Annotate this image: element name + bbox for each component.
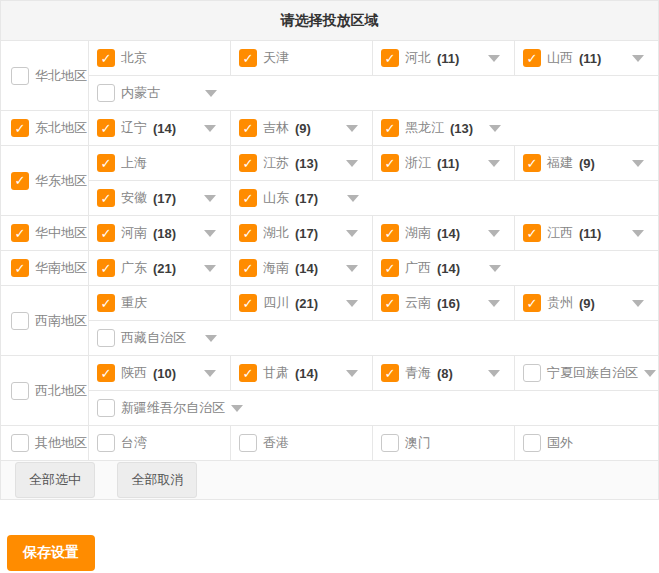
dropdown-arrow-icon[interactable] — [204, 195, 216, 202]
dropdown-arrow-icon[interactable] — [346, 160, 358, 167]
select-all-button[interactable]: 全部选中 — [15, 462, 95, 498]
dropdown-arrow-icon[interactable] — [632, 160, 644, 167]
province-checkbox-checked[interactable]: ✓ — [97, 119, 115, 137]
region-table: 请选择投放区域 华北地区✓北京✓天津✓河北(11)✓山西(11)内蒙古✓东北地区… — [0, 0, 659, 500]
region-label: 西南地区 — [35, 312, 87, 330]
province-checkbox-checked[interactable]: ✓ — [97, 364, 115, 382]
province-checkbox-unchecked[interactable] — [381, 434, 399, 452]
province-cell-content: 新疆维吾尔自治区 — [89, 391, 231, 425]
province-cell: ✓山西(11) — [515, 41, 659, 76]
dropdown-arrow-icon[interactable] — [204, 370, 216, 377]
dropdown-arrow-icon[interactable] — [346, 370, 358, 377]
dropdown-arrow-icon[interactable] — [347, 195, 359, 202]
province-checkbox-unchecked[interactable] — [97, 329, 115, 347]
province-checkbox-checked[interactable]: ✓ — [381, 364, 399, 382]
region-cell-content: 西南地区 — [1, 286, 88, 355]
region-cell: ✓华中地区 — [1, 216, 89, 251]
dropdown-arrow-icon[interactable] — [488, 300, 500, 307]
province-cell-content: ✓江西(11) — [515, 216, 658, 250]
province-checkbox-checked[interactable]: ✓ — [97, 189, 115, 207]
province-checkbox-checked[interactable]: ✓ — [97, 49, 115, 67]
dropdown-arrow-icon[interactable] — [489, 265, 501, 272]
province-checkbox-checked[interactable]: ✓ — [381, 259, 399, 277]
region-checkbox-checked[interactable]: ✓ — [11, 224, 29, 242]
province-checkbox-checked[interactable]: ✓ — [523, 294, 541, 312]
region-checkbox-unchecked[interactable] — [11, 312, 29, 330]
region-checkbox-unchecked[interactable] — [11, 382, 29, 400]
dropdown-arrow-icon[interactable] — [231, 405, 243, 412]
province-checkbox-checked[interactable]: ✓ — [381, 294, 399, 312]
province-checkbox-checked[interactable]: ✓ — [239, 294, 257, 312]
province-count: (11) — [437, 156, 459, 171]
province-row: ✓东北地区✓辽宁(14)✓吉林(9)✓黑龙江(13) — [1, 111, 659, 146]
region-cell-content: 其他地区 — [1, 426, 88, 460]
province-label: 云南 — [405, 294, 431, 312]
province-checkbox-checked[interactable]: ✓ — [239, 119, 257, 137]
region-checkbox-checked[interactable]: ✓ — [11, 259, 29, 277]
province-checkbox-checked[interactable]: ✓ — [381, 154, 399, 172]
province-checkbox-checked[interactable]: ✓ — [97, 259, 115, 277]
region-cell: 西北地区 — [1, 356, 89, 426]
province-checkbox-checked[interactable]: ✓ — [239, 364, 257, 382]
province-cell-content: 内蒙古 — [89, 76, 231, 110]
dropdown-arrow-icon[interactable] — [346, 265, 358, 272]
province-checkbox-unchecked[interactable] — [97, 84, 115, 102]
region-checkbox-checked[interactable]: ✓ — [11, 172, 29, 190]
dropdown-arrow-icon[interactable] — [346, 125, 358, 132]
province-checkbox-unchecked[interactable] — [523, 434, 541, 452]
province-cell-content: ✓浙江(11) — [373, 146, 514, 180]
region-label: 其他地区 — [35, 434, 87, 452]
province-cell: ✓上海 — [89, 146, 231, 181]
dropdown-arrow-icon[interactable] — [632, 55, 644, 62]
dropdown-arrow-icon[interactable] — [489, 125, 501, 132]
province-cell-content: ✓河北(11) — [373, 41, 514, 75]
dropdown-arrow-icon[interactable] — [204, 125, 216, 132]
province-checkbox-unchecked[interactable] — [97, 434, 115, 452]
dropdown-arrow-icon[interactable] — [488, 370, 500, 377]
dropdown-arrow-icon[interactable] — [346, 230, 358, 237]
save-settings-button[interactable]: 保存设置 — [7, 535, 95, 571]
province-label: 湖南 — [405, 224, 431, 242]
province-count: (8) — [437, 366, 453, 381]
region-checkbox-unchecked[interactable] — [11, 434, 29, 452]
province-checkbox-checked[interactable]: ✓ — [523, 49, 541, 67]
dropdown-arrow-icon[interactable] — [488, 55, 500, 62]
province-cell-content: ✓山东(17) — [231, 181, 373, 215]
dropdown-arrow-icon[interactable] — [346, 300, 358, 307]
dropdown-arrow-icon[interactable] — [204, 265, 216, 272]
dropdown-arrow-icon[interactable] — [488, 230, 500, 237]
province-checkbox-checked[interactable]: ✓ — [97, 294, 115, 312]
region-checkbox-unchecked[interactable] — [11, 67, 29, 85]
province-checkbox-checked[interactable]: ✓ — [381, 49, 399, 67]
province-cell-content: ✓湖北(17) — [231, 216, 372, 250]
dropdown-arrow-icon[interactable] — [204, 230, 216, 237]
region-checkbox-checked[interactable]: ✓ — [11, 119, 29, 137]
dropdown-arrow-icon[interactable] — [488, 160, 500, 167]
dropdown-arrow-icon[interactable] — [632, 300, 644, 307]
province-checkbox-checked[interactable]: ✓ — [97, 154, 115, 172]
province-checkbox-checked[interactable]: ✓ — [239, 154, 257, 172]
province-cell: 宁夏回族自治区 — [515, 356, 659, 391]
dropdown-arrow-icon[interactable] — [644, 370, 656, 377]
region-label: 华北地区 — [35, 67, 87, 85]
province-checkbox-checked[interactable]: ✓ — [239, 189, 257, 207]
province-label: 贵州 — [547, 294, 573, 312]
province-checkbox-unchecked[interactable] — [239, 434, 257, 452]
province-checkbox-checked[interactable]: ✓ — [239, 259, 257, 277]
region-cell: 其他地区 — [1, 426, 89, 461]
province-checkbox-checked[interactable]: ✓ — [523, 154, 541, 172]
province-checkbox-checked[interactable]: ✓ — [239, 224, 257, 242]
province-checkbox-checked[interactable]: ✓ — [239, 49, 257, 67]
dropdown-arrow-icon[interactable] — [205, 90, 217, 97]
province-label: 河南 — [121, 224, 147, 242]
province-label: 四川 — [263, 294, 289, 312]
province-checkbox-checked[interactable]: ✓ — [381, 224, 399, 242]
province-checkbox-checked[interactable]: ✓ — [523, 224, 541, 242]
dropdown-arrow-icon[interactable] — [632, 230, 644, 237]
deselect-all-button[interactable]: 全部取消 — [117, 462, 197, 498]
province-checkbox-checked[interactable]: ✓ — [97, 224, 115, 242]
dropdown-arrow-icon[interactable] — [205, 335, 217, 342]
province-checkbox-unchecked[interactable] — [97, 399, 115, 417]
province-checkbox-unchecked[interactable] — [523, 364, 541, 382]
province-checkbox-checked[interactable]: ✓ — [381, 119, 399, 137]
